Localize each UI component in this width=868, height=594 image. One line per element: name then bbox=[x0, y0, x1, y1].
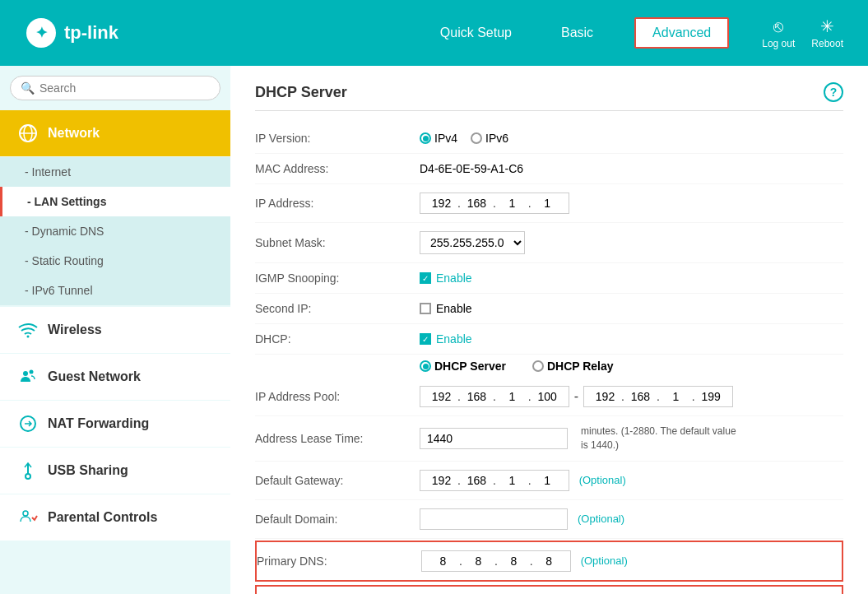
nav-basic[interactable]: Basic bbox=[553, 21, 601, 44]
search-input[interactable] bbox=[39, 81, 210, 95]
pool-end-c[interactable] bbox=[661, 390, 690, 403]
secondary-dns-row: Secondary DNS: . . . (Optional) bbox=[257, 590, 842, 594]
page-title-bar: DHCP Server ? bbox=[255, 82, 843, 111]
ip-a-input[interactable] bbox=[427, 197, 456, 210]
reboot-button[interactable]: ✳ Reboot bbox=[811, 16, 843, 49]
guest-network-label: Guest Network bbox=[48, 369, 141, 384]
default-domain-control: (Optional) bbox=[420, 508, 843, 530]
svg-point-5 bbox=[27, 336, 30, 338]
ipv4-radio-circle bbox=[420, 132, 431, 144]
ipv4-radio[interactable]: IPv4 bbox=[420, 132, 457, 145]
pdns-b[interactable] bbox=[464, 555, 493, 568]
igmp-control: ✓ Enable bbox=[420, 271, 843, 285]
pdns-a[interactable] bbox=[429, 555, 457, 568]
pdns-c[interactable] bbox=[499, 555, 528, 568]
search-box[interactable]: 🔍 bbox=[10, 76, 220, 100]
ip-c-input[interactable] bbox=[498, 197, 527, 210]
igmp-label: IGMP Snooping: bbox=[255, 271, 420, 285]
dhcp-relay-radio[interactable]: DHCP Relay bbox=[532, 360, 614, 373]
nat-icon bbox=[16, 412, 39, 435]
ip-pool-end-input[interactable]: . . . bbox=[583, 386, 733, 407]
sidebar-item-guest-network[interactable]: Guest Network bbox=[0, 354, 230, 400]
dhcp-checkbox-item[interactable]: ✓ Enable bbox=[420, 332, 472, 346]
logout-button[interactable]: ⎋ Log out bbox=[762, 17, 795, 49]
pool-end-b[interactable] bbox=[626, 390, 655, 403]
gw-c[interactable] bbox=[498, 474, 527, 487]
default-gateway-control: . . . (Optional) bbox=[420, 470, 843, 491]
dhcp-row: DHCP: ✓ Enable bbox=[255, 324, 843, 355]
svg-point-9 bbox=[26, 474, 30, 479]
guest-network-icon bbox=[16, 365, 39, 388]
ip-version-row: IP Version: IPv4 IPv6 bbox=[255, 123, 843, 154]
network-label: Network bbox=[48, 126, 100, 141]
pdns-d[interactable] bbox=[535, 555, 564, 568]
igmp-checkbox-item[interactable]: ✓ Enable bbox=[420, 271, 472, 285]
network-icon bbox=[16, 122, 39, 145]
logo: ✦ tp-link bbox=[25, 16, 118, 49]
sidebar-item-lan-settings[interactable]: - LAN Settings bbox=[0, 187, 230, 216]
ip-address-control: . . . bbox=[420, 193, 843, 214]
sidebar-item-usb-sharing[interactable]: USB Sharing bbox=[0, 448, 230, 494]
primary-dns-control: . . . (Optional) bbox=[421, 550, 842, 572]
ip-b-input[interactable] bbox=[462, 197, 491, 210]
wireless-icon bbox=[16, 318, 39, 341]
dhcp-checkbox[interactable]: ✓ bbox=[420, 333, 431, 345]
nav-advanced[interactable]: Advanced bbox=[634, 17, 729, 49]
lease-time-control: minutes. (1-2880. The default value is 1… bbox=[420, 425, 843, 452]
page-title: DHCP Server bbox=[255, 84, 347, 101]
svg-text:✦: ✦ bbox=[35, 25, 48, 41]
pool-start-d[interactable] bbox=[533, 390, 562, 403]
main-layout: 🔍 Network - Internet - LAN Settings - Dy… bbox=[0, 66, 868, 594]
ip-address-row: IP Address: . . . bbox=[255, 184, 843, 223]
sidebar-item-static-routing[interactable]: - Static Routing bbox=[0, 246, 230, 276]
subnet-mask-row: Subnet Mask: 255.255.255.0 255.255.0.0 2… bbox=[255, 223, 843, 263]
gw-b[interactable] bbox=[462, 474, 491, 487]
wireless-label: Wireless bbox=[48, 323, 102, 337]
second-ip-row: Second IP: Enable bbox=[255, 294, 843, 324]
sidebar-item-ipv6-tunnel[interactable]: - IPv6 Tunnel bbox=[0, 276, 230, 305]
sidebar-item-dynamic-dns[interactable]: - Dynamic DNS bbox=[0, 216, 230, 246]
second-ip-checkbox[interactable] bbox=[420, 303, 431, 314]
ip-address-label: IP Address: bbox=[255, 197, 420, 210]
gw-a[interactable] bbox=[427, 474, 456, 487]
ip-pool-start-input[interactable]: . . . bbox=[420, 386, 569, 407]
sidebar-item-parental-controls[interactable]: Parental Controls bbox=[0, 494, 230, 541]
subnet-mask-control: 255.255.255.0 255.255.0.0 255.0.0.0 bbox=[420, 231, 843, 254]
default-gateway-label: Default Gateway: bbox=[255, 474, 420, 487]
pool-end-a[interactable] bbox=[591, 390, 620, 403]
sidebar-item-wireless[interactable]: Wireless bbox=[0, 307, 230, 353]
gw-d[interactable] bbox=[533, 474, 562, 487]
network-sub-items: - Internet - LAN Settings - Dynamic DNS … bbox=[0, 157, 230, 305]
subnet-mask-select[interactable]: 255.255.255.0 255.255.0.0 255.0.0.0 bbox=[420, 231, 525, 254]
dhcp-type-row: DHCP Server DHCP Relay bbox=[255, 355, 843, 378]
sidebar: 🔍 Network - Internet - LAN Settings - Dy… bbox=[0, 66, 230, 594]
igmp-checkbox[interactable]: ✓ bbox=[420, 272, 431, 284]
ipv6-radio[interactable]: IPv6 bbox=[471, 132, 508, 145]
ip-pool-label: IP Address Pool: bbox=[255, 390, 420, 403]
help-icon[interactable]: ? bbox=[824, 82, 843, 102]
default-domain-row: Default Domain: (Optional) bbox=[255, 500, 843, 539]
svg-point-7 bbox=[30, 370, 34, 374]
header: ✦ tp-link Quick Setup Basic Advanced ⎋ L… bbox=[0, 0, 868, 66]
parental-label: Parental Controls bbox=[48, 510, 157, 525]
sidebar-item-network[interactable]: Network bbox=[0, 110, 230, 156]
dhcp-server-radio[interactable]: DHCP Server bbox=[420, 360, 506, 373]
sidebar-item-nat-forwarding[interactable]: NAT Forwarding bbox=[0, 401, 230, 447]
ip-address-input[interactable]: . . . bbox=[420, 193, 569, 214]
lease-time-input[interactable] bbox=[420, 428, 568, 449]
second-ip-checkbox-item[interactable]: Enable bbox=[420, 302, 472, 315]
default-gateway-input[interactable]: . . . bbox=[420, 470, 569, 491]
pool-start-b[interactable] bbox=[462, 390, 491, 403]
ip-range-dash: - bbox=[574, 389, 578, 404]
sidebar-item-internet[interactable]: - Internet bbox=[0, 157, 230, 187]
nav-quick-setup[interactable]: Quick Setup bbox=[432, 21, 520, 44]
primary-dns-input[interactable]: . . . bbox=[421, 550, 571, 572]
pool-start-a[interactable] bbox=[427, 390, 456, 403]
nat-label: NAT Forwarding bbox=[48, 416, 149, 431]
lease-time-label: Address Lease Time: bbox=[255, 432, 420, 445]
pool-end-d[interactable] bbox=[697, 390, 726, 403]
usb-icon bbox=[16, 459, 39, 482]
ip-d-input[interactable] bbox=[533, 197, 562, 210]
default-domain-input[interactable] bbox=[420, 508, 568, 530]
pool-start-c[interactable] bbox=[498, 390, 527, 403]
